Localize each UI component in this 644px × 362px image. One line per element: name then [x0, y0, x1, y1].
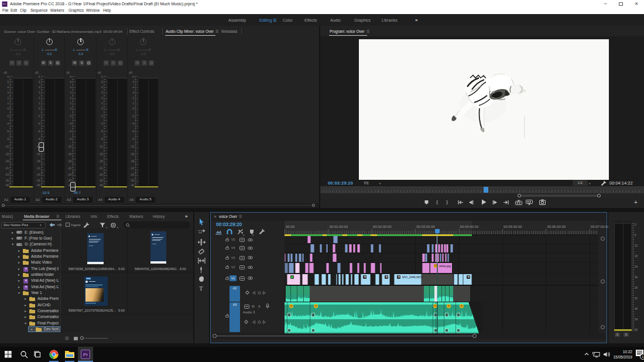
svg-text:T: T [199, 285, 203, 292]
